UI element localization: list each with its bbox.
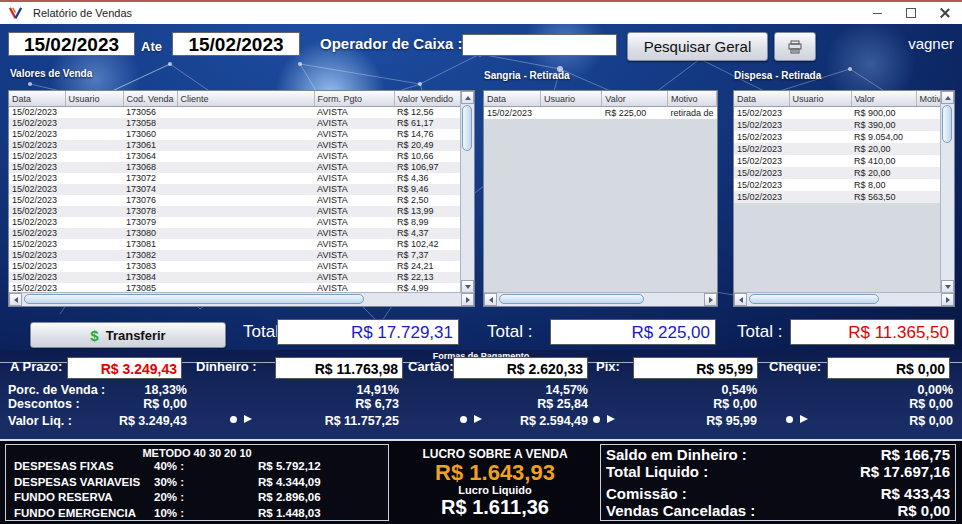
table-cell xyxy=(177,173,314,184)
table-row[interactable]: 15/02/2023173064AVISTAR$ 10,66 xyxy=(9,151,464,162)
cartao-value-box[interactable]: R$ 2.620,33 xyxy=(453,357,588,379)
despesa-table-panel: DataUsuarioValorMotivo 15/02/2023R$ 900,… xyxy=(733,90,955,307)
operator-input[interactable] xyxy=(462,34,617,56)
table-row[interactable]: 15/02/2023173080AVISTAR$ 4,37 xyxy=(9,228,464,239)
scroll-right-icon[interactable] xyxy=(704,293,717,306)
scrollbar-thumb[interactable] xyxy=(462,105,472,151)
column-header[interactable]: Usuario xyxy=(789,91,851,107)
table-row[interactable]: 15/02/2023R$ 390,00 xyxy=(734,119,950,131)
column-header[interactable]: Data xyxy=(734,91,789,107)
column-header[interactable]: Form. Pgto xyxy=(314,91,394,107)
metodo-label: DESPESAS VARIAVEIS xyxy=(14,475,154,491)
column-header[interactable]: Valor xyxy=(602,91,668,107)
table-cell: R$ 410,00 xyxy=(851,155,916,167)
aprazo-value-box[interactable]: R$ 3.249,43 xyxy=(67,357,182,379)
column-header[interactable]: Usuario xyxy=(541,91,602,107)
liq-detail-control[interactable] xyxy=(460,415,482,423)
table-row[interactable]: 15/02/2023173056AVISTAR$ 12,56 xyxy=(9,107,464,119)
table-cell xyxy=(177,206,314,217)
vendas-total-value[interactable]: R$ 17.729,31 xyxy=(277,319,459,345)
table-cell: 15/02/2023 xyxy=(9,129,65,140)
table-row[interactable]: 15/02/2023R$ 410,00 xyxy=(734,155,950,167)
liq-detail-control[interactable] xyxy=(593,415,615,423)
column-header[interactable]: Data xyxy=(9,91,65,107)
column-header[interactable]: Valor xyxy=(851,91,916,107)
transfer-button[interactable]: $ Transferir xyxy=(30,322,226,348)
porc-value: 0,00% xyxy=(757,383,953,397)
search-general-button[interactable]: Pesquisar Geral xyxy=(627,32,768,61)
dollar-icon: $ xyxy=(90,327,98,344)
table-row[interactable]: 15/02/2023173082AVISTAR$ 7,37 xyxy=(9,250,464,261)
vendas-vertical-scrollbar[interactable] xyxy=(460,91,474,293)
vendas-horizontal-scrollbar[interactable] xyxy=(9,292,474,306)
liq-detail-control[interactable] xyxy=(786,415,808,423)
despesa-vertical-scrollbar[interactable] xyxy=(940,91,954,293)
scrollbar-thumb[interactable] xyxy=(24,294,364,304)
metodo-label: DESPESAS FIXAS xyxy=(14,459,154,475)
porc-value: 0,54% xyxy=(588,383,757,397)
scroll-left-icon[interactable] xyxy=(9,293,22,306)
table-row[interactable]: 15/02/2023R$ 20,00 xyxy=(734,143,950,155)
table-row[interactable]: 15/02/2023R$ 20,00 xyxy=(734,167,950,179)
pix-value-box[interactable]: R$ 95,99 xyxy=(633,357,758,379)
metodo-title: METODO 40 30 20 10 xyxy=(6,447,388,459)
table-row[interactable]: 15/02/2023173078AVISTAR$ 13,99 xyxy=(9,206,464,217)
transfer-button-label: Transferir xyxy=(106,328,166,343)
column-header[interactable]: Usuario xyxy=(65,91,123,107)
despesa-horizontal-scrollbar[interactable] xyxy=(734,292,954,306)
scroll-right-icon[interactable] xyxy=(941,293,954,306)
table-cell: AVISTA xyxy=(314,140,394,151)
table-row[interactable]: 15/02/2023173074AVISTAR$ 9,46 xyxy=(9,184,464,195)
table-row[interactable]: 15/02/2023173083AVISTAR$ 24,21 xyxy=(9,261,464,272)
table-row[interactable]: 15/02/2023R$ 225,00retirada de xyxy=(484,107,717,120)
scroll-up-icon[interactable] xyxy=(461,91,474,104)
column-header[interactable]: Motivo xyxy=(667,91,716,107)
table-cell: 15/02/2023 xyxy=(9,272,65,283)
porc-value: 18,33% xyxy=(0,383,187,397)
table-row[interactable]: 15/02/2023173081AVISTAR$ 102,42 xyxy=(9,239,464,250)
sangria-total-value[interactable]: R$ 225,00 xyxy=(550,319,716,345)
table-row[interactable]: 15/02/2023173076AVISTAR$ 2,50 xyxy=(9,195,464,206)
column-header[interactable]: Data xyxy=(484,91,541,107)
table-row[interactable]: 15/02/2023173084AVISTAR$ 22,13 xyxy=(9,272,464,283)
print-button[interactable] xyxy=(774,32,816,61)
column-header[interactable]: Cliente xyxy=(177,91,314,107)
table-row[interactable]: 15/02/2023R$ 8,00 xyxy=(734,179,950,191)
scroll-left-icon[interactable] xyxy=(734,293,747,306)
table-row[interactable]: 15/02/2023173060AVISTAR$ 14,76 xyxy=(9,129,464,140)
table-row[interactable]: 15/02/2023R$ 9.054,00 xyxy=(734,131,950,143)
maximize-button[interactable] xyxy=(894,2,928,24)
date-to-input[interactable]: 15/02/2023 xyxy=(172,32,300,56)
table-cell xyxy=(65,272,123,283)
liq-detail-control[interactable] xyxy=(230,415,252,423)
scroll-left-icon[interactable] xyxy=(484,293,497,306)
scroll-right-icon[interactable] xyxy=(461,293,474,306)
table-row[interactable]: 15/02/2023173072AVISTAR$ 4,36 xyxy=(9,173,464,184)
table-row[interactable]: 15/02/2023173058AVISTAR$ 61,17 xyxy=(9,118,464,129)
table-row[interactable]: 15/02/2023173068AVISTAR$ 106,97 xyxy=(9,162,464,173)
table-row[interactable]: 15/02/2023R$ 563,50 xyxy=(734,191,950,203)
table-row[interactable]: 15/02/2023173079AVISTAR$ 8,99 xyxy=(9,217,464,228)
table-cell xyxy=(177,250,314,261)
relatorio-de-vendas-window: Relatório de Vendas 15/02/2023 Ate Opera… xyxy=(0,0,962,524)
scrollbar-thumb[interactable] xyxy=(499,294,644,304)
scrollbar-thumb[interactable] xyxy=(942,105,952,143)
table-cell: 15/02/2023 xyxy=(9,195,65,206)
app-logo-icon xyxy=(8,6,23,21)
table-row[interactable]: 15/02/2023R$ 900,00 xyxy=(734,107,950,120)
table-cell: R$ 7,37 xyxy=(394,250,464,261)
table-cell: R$ 4,37 xyxy=(394,228,464,239)
column-header[interactable]: Cod. Venda xyxy=(123,91,177,107)
close-button[interactable] xyxy=(928,2,962,24)
minimize-button[interactable] xyxy=(860,2,894,24)
scrollbar-thumb[interactable] xyxy=(749,294,879,304)
table-row[interactable]: 15/02/2023173061AVISTAR$ 20,49 xyxy=(9,140,464,151)
table-cell: AVISTA xyxy=(314,184,394,195)
sangria-horizontal-scrollbar[interactable] xyxy=(484,292,717,306)
scroll-up-icon[interactable] xyxy=(941,91,954,104)
despesa-total-value[interactable]: R$ 11.365,50 xyxy=(790,319,955,345)
column-header[interactable]: Valor Vendido xyxy=(394,91,464,107)
dinheiro-value-box[interactable]: R$ 11.763,98 xyxy=(275,357,403,379)
cheque-value-box[interactable]: R$ 0,00 xyxy=(827,357,950,379)
date-from-input[interactable]: 15/02/2023 xyxy=(8,32,135,56)
